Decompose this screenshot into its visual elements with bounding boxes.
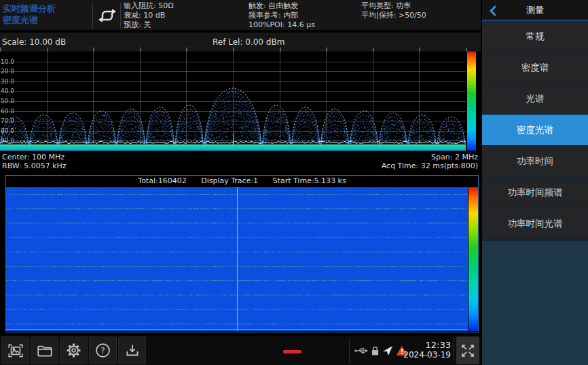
sidebar-items: 常规密度谱光谱密度光谱功率时间功率时间频谱功率时间光谱: [482, 21, 588, 239]
input-params-column: 输入阻抗: 50Ω衰减: 10 dB预放: 关: [124, 1, 174, 30]
frequency-info-row: Center: 100 MHz RBW: 5.0057 kHz Span: 2 …: [0, 151, 481, 175]
average-params-column: 平均类型: 功率平均|保持: >50/50: [361, 1, 426, 20]
measurement-mode-label: 密度光谱: [3, 14, 56, 26]
acq-time-label: Acq Time: 32 ms(pts:800): [382, 161, 478, 170]
rbw-label: RBW: 5.0057 kHz: [2, 161, 67, 170]
y-axis-tick: 40.0: [1, 88, 14, 94]
header-param: 预放: 关: [124, 20, 174, 30]
display-trace-label: Display Trace:1: [201, 176, 258, 185]
bottom-toolbar: ?: [0, 336, 481, 365]
y-axis-tick: 60.0: [1, 108, 14, 115]
header-separator: [92, 3, 93, 28]
expand-arrows-icon: [459, 342, 477, 360]
sidebar-header[interactable]: 测量: [482, 0, 588, 21]
header-param: 触发: 自由触发: [249, 1, 315, 11]
spectrogram-colorbar: [468, 187, 478, 331]
clock-block: 12:33 2024-03-19: [397, 341, 451, 360]
density-spectrum-area: 10.020.030.040.050.060.070.080.090.0: [0, 52, 481, 151]
app-title: 实时频谱分析: [3, 3, 56, 14]
header-bar: 实时频谱分析 密度光谱 输入阻抗: 50Ω衰减: 10 dB预放: 关 触发: …: [0, 0, 481, 31]
y-axis-tick: 70.0: [1, 117, 14, 124]
header-param: 平均|保持: >50/50: [361, 11, 426, 20]
spectrogram-plot[interactable]: [6, 187, 468, 331]
total-frames-label: Total:160402: [138, 176, 186, 185]
spectrogram-panel: Total:160402 Display Trace:1 Start Time:…: [5, 175, 479, 332]
main-area: 实时频谱分析 密度光谱 输入阻抗: 50Ω衰减: 10 dB预放: 关 触发: …: [0, 0, 481, 365]
center-frequency-label: Center: 100 MHz: [2, 153, 67, 161]
header-param: 输入阻抗: 50Ω: [124, 1, 174, 11]
file-manager-button[interactable]: [31, 337, 58, 364]
sidebar-item-1[interactable]: 常规: [482, 21, 588, 52]
sidebar-item-2[interactable]: 密度谱: [482, 52, 588, 83]
sidebar-empty-area: [482, 241, 588, 365]
y-axis-tick: 50.0: [1, 98, 14, 104]
send-arrow-icon: [382, 345, 393, 356]
y-axis-tick: 30.0: [1, 78, 14, 85]
help-button[interactable]: ?: [89, 337, 117, 364]
ref-level-label: Ref Lel: 0.00 dBm: [213, 37, 284, 47]
start-time-label: Start Time:5.133 ks: [273, 176, 346, 185]
lock-icon: [371, 345, 380, 356]
sidebar-item-4[interactable]: 密度光谱: [482, 115, 588, 145]
sidebar-item-5[interactable]: 功率时间: [482, 146, 588, 176]
header-param: 平均类型: 功率: [361, 1, 426, 11]
toolbar-separator: [349, 338, 350, 363]
y-axis-tick: 90.0: [1, 137, 14, 144]
scale-label: Scale: 10.00 dB: [2, 37, 66, 47]
svg-text:?: ?: [100, 345, 105, 356]
header-param: 100%POI: 14.6 μs: [249, 20, 315, 30]
screenshot-button[interactable]: [1, 337, 29, 364]
spectrum-colorbar: [467, 52, 476, 151]
back-chevron-icon: [489, 5, 496, 16]
y-axis-tick: 80.0: [1, 128, 14, 134]
span-label: Span: 2 MHz: [382, 153, 478, 161]
sidebar-item-7[interactable]: 功率时间光谱: [482, 208, 588, 239]
toolbar-separator: [454, 338, 454, 363]
sidebar-menu: 测量 常规密度谱光谱密度光谱功率时间功率时间频谱功率时间光谱: [482, 0, 588, 365]
status-time: 12:33: [397, 341, 451, 350]
expand-display-button[interactable]: [456, 337, 479, 364]
sidebar-item-3[interactable]: 光谱: [482, 83, 588, 114]
trigger-params-column: 触发: 自由触发频率参考: 内部100%POI: 14.6 μs: [249, 1, 315, 30]
save-button[interactable]: [118, 337, 146, 364]
density-spectrum-plot[interactable]: [0, 52, 466, 151]
header-separator: [120, 3, 121, 28]
spectrogram-header: Total:160402 Display Trace:1 Start Time:…: [6, 176, 478, 187]
sidebar-item-6[interactable]: 功率时间频谱: [482, 177, 588, 208]
settings-button[interactable]: [60, 337, 88, 364]
status-date: 2024-03-19: [397, 350, 451, 360]
y-axis-tick: 20.0: [1, 68, 14, 75]
analyzer-screen: 实时频谱分析 密度光谱 输入阻抗: 50Ω衰减: 10 dB预放: 关 触发: …: [0, 0, 588, 365]
sidebar-title: 测量: [526, 4, 544, 16]
continuous-sweep-icon[interactable]: [96, 6, 119, 25]
header-param: 频率参考: 内部: [249, 11, 315, 20]
measurement-title: 实时频谱分析 密度光谱: [3, 3, 56, 26]
record-indicator: [283, 350, 301, 353]
y-axis-tick: 10.0: [1, 58, 14, 65]
usb-icon: [354, 345, 368, 356]
scale-row: Scale: 10.00 dB Ref Lel: 0.00 dBm: [0, 33, 481, 52]
header-param: 衰减: 10 dB: [124, 11, 174, 20]
